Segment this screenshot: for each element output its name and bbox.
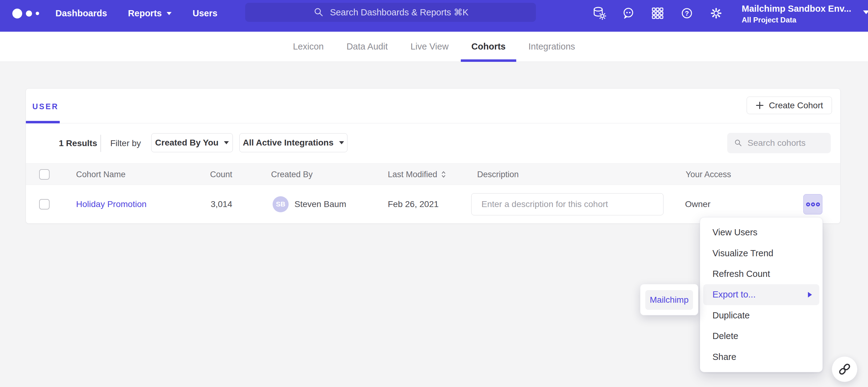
help-icon: ? (680, 6, 694, 20)
cohorts-panel: USER Create Cohort 1 Results Filter by C… (26, 88, 841, 224)
menu-item-refresh-count[interactable]: Refresh Count (700, 263, 823, 284)
menu-item-label: Export to... (712, 289, 755, 300)
settings-button[interactable] (709, 6, 723, 20)
select-all-checkbox[interactable] (39, 169, 50, 180)
search-icon (313, 6, 325, 19)
help-button[interactable]: ? (680, 6, 694, 20)
grid-icon (651, 6, 665, 20)
global-search-button[interactable]: Search Dashboards & Reports ⌘K (245, 3, 536, 22)
data-management-tabbar: Lexicon Data Audit Live View Cohorts Int… (0, 32, 868, 62)
avatar: SB (273, 196, 289, 212)
menu-item-label: Delete (712, 331, 738, 341)
menu-item-view-users[interactable]: View Users (700, 222, 823, 243)
menu-item-label: Refresh Count (712, 269, 770, 279)
nav-users[interactable]: Users (192, 8, 217, 19)
results-count: 1 Results (59, 138, 97, 148)
menu-item-export-to[interactable]: Export to... (703, 284, 819, 305)
divider (100, 135, 101, 152)
tab-data-audit[interactable]: Data Audit (345, 32, 390, 62)
cohort-search (727, 133, 831, 153)
project-text: Mailchimp Sandbox Env... All Project Dat… (742, 4, 851, 24)
submenu-item-mailchimp[interactable]: Mailchimp (645, 290, 693, 310)
apps-grid-button[interactable] (651, 6, 665, 20)
export-submenu: Mailchimp (640, 284, 698, 315)
logo-dot (26, 10, 32, 16)
created-by-filter-value: Created By You (155, 138, 219, 148)
tab-user-label: USER (32, 102, 59, 111)
top-navigation-bar: Dashboards Reports Users Search Dashboar… (0, 0, 868, 32)
mixpanel-logo[interactable] (12, 9, 49, 19)
more-dot-icon (816, 203, 820, 206)
project-scope: All Project Data (742, 16, 851, 24)
access-value: Owner (685, 199, 710, 209)
tab-cohorts[interactable]: Cohorts (469, 32, 507, 62)
copy-link-fab[interactable] (832, 356, 858, 382)
logo-dot (12, 9, 22, 19)
menu-item-duplicate[interactable]: Duplicate (700, 305, 823, 326)
created-by-filter-dropdown[interactable]: Created By You (151, 133, 233, 152)
row-more-actions-button[interactable] (803, 194, 823, 214)
filter-toolbar: 1 Results Filter by Created By You All A… (26, 124, 840, 163)
project-name: Mailchimp Sandbox Env... (742, 4, 851, 14)
header-created-by: Created By (271, 164, 313, 185)
cohort-table-header: Cohort Name Count Created By Last Modifi… (26, 163, 840, 185)
search-icon (734, 138, 743, 149)
primary-nav: Dashboards Reports Users (56, 8, 217, 19)
tab-data-audit-label: Data Audit (346, 41, 388, 52)
menu-item-share[interactable]: Share (700, 346, 823, 367)
data-management-button[interactable] (592, 6, 606, 20)
header-count: Count (136, 164, 232, 185)
header-last-modified-label: Last Modified (388, 170, 437, 179)
menu-item-visualize-trend[interactable]: Visualize Trend (700, 243, 823, 263)
tab-cohorts-label: Cohorts (471, 41, 505, 52)
header-description: Description (477, 164, 519, 185)
gear-icon (709, 6, 723, 20)
cohorts-page: Dashboards Reports Users Search Dashboar… (0, 0, 868, 387)
create-cohort-label: Create Cohort (769, 101, 823, 110)
menu-item-label: View Users (712, 227, 757, 238)
filter-by-label: Filter by (110, 138, 141, 148)
tab-live-view[interactable]: Live View (409, 32, 451, 62)
chevron-down-icon (339, 141, 344, 144)
logo-dot (36, 12, 39, 15)
description-input[interactable] (471, 193, 663, 215)
tab-integrations-label: Integrations (529, 41, 576, 52)
row-checkbox[interactable] (39, 199, 50, 210)
feedback-smiley-bubble-icon (621, 6, 636, 20)
header-your-access: Your Access (686, 164, 731, 185)
nav-dashboards[interactable]: Dashboards (56, 8, 107, 19)
cohort-count: 3,014 (136, 199, 232, 209)
submenu-item-label: Mailchimp (650, 295, 688, 305)
integrations-filter-dropdown[interactable]: All Active Integrations (239, 133, 347, 152)
tab-lexicon-label: Lexicon (293, 41, 324, 52)
created-by-value: Steven Baum (294, 199, 346, 209)
nav-reports-label: Reports (128, 8, 162, 19)
menu-item-delete[interactable]: Delete (700, 326, 823, 346)
more-dot-icon (806, 203, 810, 206)
chevron-down-icon (167, 12, 172, 15)
nav-reports[interactable]: Reports (128, 8, 172, 19)
cohort-search-input[interactable] (748, 138, 825, 148)
chevron-down-icon (863, 10, 868, 14)
tab-integrations[interactable]: Integrations (527, 32, 577, 62)
nav-users-label: Users (192, 8, 217, 19)
plus-icon (755, 101, 764, 109)
menu-item-label: Duplicate (712, 310, 750, 321)
active-tab-underline (461, 59, 516, 62)
tab-user-cohorts[interactable]: USER (32, 102, 59, 111)
user-tab-underline (26, 121, 60, 124)
tab-lexicon[interactable]: Lexicon (291, 32, 326, 62)
sort-icon (441, 170, 446, 178)
avatar-initials: SB (276, 200, 285, 208)
submenu-arrow-icon (808, 292, 812, 297)
panel-header: USER Create Cohort (26, 89, 840, 124)
header-cohort-name: Cohort Name (76, 164, 126, 185)
create-cohort-button[interactable]: Create Cohort (747, 97, 832, 114)
header-last-modified[interactable]: Last Modified (388, 164, 446, 185)
feedback-button[interactable] (621, 6, 636, 20)
menu-item-label: Visualize Trend (712, 248, 773, 258)
menu-item-label: Share (712, 352, 736, 362)
more-dot-icon (811, 203, 815, 206)
integrations-filter-value: All Active Integrations (243, 138, 334, 148)
project-switcher[interactable]: Mailchimp Sandbox Env... All Project Dat… (742, 4, 868, 24)
